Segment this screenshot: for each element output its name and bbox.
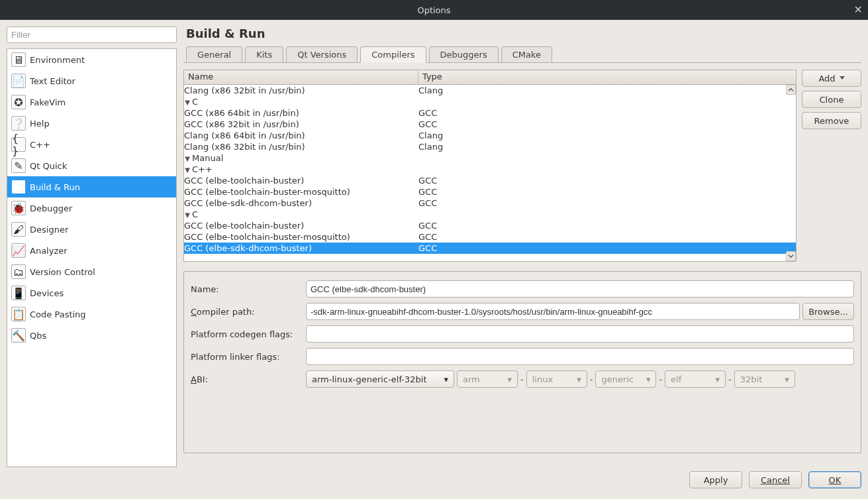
- sidebar-item-label: Designer: [30, 225, 68, 235]
- expand-arrow-icon[interactable]: ▼: [184, 211, 191, 219]
- tree-row-name: GCC (elbe-toolchain-buster-mosquitto): [184, 187, 350, 197]
- abi-width-select: 32bit▾: [734, 370, 795, 388]
- help-icon: ❔: [11, 116, 26, 131]
- page-title: Build & Run: [186, 27, 861, 40]
- compiler-path-label: Compiler path:: [191, 307, 306, 317]
- browse-button-label: Browse...: [808, 307, 848, 317]
- expand-arrow-icon[interactable]: ▼: [184, 99, 191, 106]
- expand-arrow-icon[interactable]: ▼: [184, 166, 191, 174]
- chevron-down-icon: ▾: [444, 374, 448, 384]
- sidebar-item-text-editor[interactable]: 📄Text Editor: [7, 70, 176, 91]
- tree-row-name: GCC (elbe-toolchain-buster-mosquitto): [184, 232, 350, 242]
- sidebar-item-label: Build & Run: [30, 182, 80, 192]
- tree-row[interactable]: Clang (x86 32bit in /usr/bin)Clang: [184, 141, 796, 152]
- tree-row-name: C++: [192, 164, 213, 174]
- tab-debuggers[interactable]: Debuggers: [429, 46, 499, 62]
- tree-row-name: C: [192, 97, 198, 107]
- sidebar-item-devices[interactable]: 📱Devices: [7, 282, 176, 304]
- linker-flags-input[interactable]: [306, 348, 854, 365]
- chevron-down-icon: ▾: [646, 374, 651, 384]
- add-button[interactable]: Add: [802, 70, 861, 87]
- column-type[interactable]: Type: [418, 70, 796, 84]
- tab-compilers[interactable]: Compilers: [360, 46, 426, 63]
- sidebar-item-label: Debugger: [30, 203, 72, 213]
- tree-row-name: C: [192, 209, 198, 219]
- remove-button[interactable]: Remove: [802, 112, 861, 129]
- tree-row[interactable]: GCC (elbe-sdk-dhcom-buster)GCC: [184, 243, 796, 254]
- sidebar-item-environment[interactable]: 🖥Environment: [7, 49, 176, 70]
- sidebar-item-debugger[interactable]: 🐞Debugger: [7, 197, 176, 219]
- tree-row-name: GCC (elbe-toolchain-buster): [184, 176, 304, 186]
- tree-row[interactable]: GCC (x86 32bit in /usr/bin)GCC: [184, 119, 796, 130]
- filter-input[interactable]: [7, 27, 177, 43]
- devices-icon: 📱: [11, 286, 26, 300]
- chevron-down-icon: ▾: [507, 374, 512, 384]
- linker-flags-label: Platform linker flags:: [191, 352, 306, 362]
- designer-icon: 🖌: [11, 222, 26, 237]
- ok-button[interactable]: OK: [808, 471, 861, 488]
- cpp-icon: { }: [11, 137, 26, 152]
- tree-row-type: GCC: [418, 187, 796, 197]
- scroll-down-button[interactable]: [786, 251, 796, 261]
- tree-row-type: GCC: [418, 119, 796, 129]
- sidebar-item-code-pasting[interactable]: 📋Code Pasting: [7, 304, 176, 325]
- compilers-tree[interactable]: Name Type Clang (x86 32bit in /usr/bin)C…: [183, 70, 796, 262]
- tab-qt-versions[interactable]: Qt Versions: [286, 46, 358, 62]
- tree-row[interactable]: Clang (x86 64bit in /usr/bin)Clang: [184, 130, 796, 141]
- name-input[interactable]: [306, 280, 854, 298]
- tree-row[interactable]: GCC (elbe-toolchain-buster)GCC: [184, 220, 796, 231]
- close-icon[interactable]: ✕: [854, 3, 863, 16]
- tree-row[interactable]: ▼C: [184, 96, 796, 107]
- tree-row[interactable]: GCC (elbe-toolchain-buster-mosquitto)GCC: [184, 186, 796, 197]
- browse-button[interactable]: Browse...: [802, 303, 854, 320]
- sidebar-item-qt-quick[interactable]: ✎Qt Quick: [7, 155, 176, 176]
- chevron-down-icon: ▾: [577, 374, 581, 384]
- qbs-icon: 🔨: [11, 328, 26, 343]
- codegen-flags-input[interactable]: [306, 325, 854, 343]
- tree-row[interactable]: GCC (x86 64bit in /usr/bin)GCC: [184, 107, 796, 119]
- chevron-down-icon: ▾: [716, 374, 720, 384]
- sidebar-item-analyzer[interactable]: 📈Analyzer: [7, 240, 176, 261]
- tab-kits[interactable]: Kits: [245, 46, 283, 62]
- sidebar-item-fakevim[interactable]: ✪FakeVim: [7, 91, 176, 113]
- sidebar-item-designer[interactable]: 🖌Designer: [7, 219, 176, 240]
- sidebar-item-qbs[interactable]: 🔨Qbs: [7, 325, 176, 346]
- compiler-path-input[interactable]: [306, 303, 800, 320]
- tree-row[interactable]: GCC (elbe-sdk-dhcom-buster)GCC: [184, 197, 796, 209]
- sidebar-item-build-run[interactable]: ▶Build & Run: [7, 176, 176, 197]
- expand-arrow-icon[interactable]: ▼: [184, 155, 191, 162]
- tree-row-name: GCC (elbe-sdk-dhcom-buster): [184, 198, 312, 208]
- tree-row[interactable]: GCC (elbe-toolchain-buster-mosquitto)GCC: [184, 231, 796, 243]
- tab-cmake[interactable]: CMake: [501, 46, 552, 62]
- apply-button[interactable]: Apply: [689, 471, 742, 488]
- sidebar-item-label: FakeVim: [30, 97, 66, 107]
- tree-row[interactable]: GCC (elbe-toolchain-buster)GCC: [184, 175, 796, 186]
- scroll-up-button[interactable]: [786, 85, 796, 95]
- categories-list[interactable]: 🖥Environment📄Text Editor✪FakeVim❔Help{ }…: [7, 48, 177, 467]
- tree-row-name: GCC (x86 32bit in /usr/bin): [184, 119, 299, 129]
- tree-row[interactable]: ▼Manual: [184, 152, 796, 164]
- build-run-icon: ▶: [11, 180, 26, 194]
- tree-body[interactable]: Clang (x86 32bit in /usr/bin)Clang▼CGCC …: [184, 85, 796, 261]
- sidebar-item-version-control[interactable]: 🗂Version Control: [7, 261, 176, 282]
- abi-format-select: elf▾: [665, 370, 726, 388]
- tree-row[interactable]: Clang (x86 32bit in /usr/bin)Clang: [184, 85, 796, 96]
- cancel-button-label: Cancel: [761, 475, 790, 485]
- sidebar-item-label: Devices: [30, 288, 64, 298]
- sidebar-item-label: Text Editor: [30, 76, 75, 86]
- abi-arch-select: arm▾: [457, 370, 518, 388]
- tree-row-name: GCC (elbe-sdk-dhcom-buster): [184, 243, 312, 253]
- cancel-button[interactable]: Cancel: [749, 471, 802, 488]
- column-name[interactable]: Name: [184, 70, 418, 84]
- abi-select-main[interactable]: arm-linux-generic-elf-32bit ▾: [306, 370, 454, 388]
- right-panel: Build & Run GeneralKitsQt VersionsCompil…: [183, 27, 861, 467]
- tab-general[interactable]: General: [186, 46, 242, 62]
- clone-button[interactable]: Clone: [802, 91, 861, 108]
- sidebar-item-cpp[interactable]: { }C++: [7, 134, 176, 155]
- sidebar-item-label: Code Pasting: [30, 309, 86, 319]
- code-pasting-icon: 📋: [11, 307, 26, 321]
- sidebar-item-help[interactable]: ❔Help: [7, 113, 176, 134]
- tree-row[interactable]: ▼C++: [184, 164, 796, 175]
- tree-row[interactable]: ▼C: [184, 209, 796, 220]
- left-panel: 🖥Environment📄Text Editor✪FakeVim❔Help{ }…: [7, 27, 177, 467]
